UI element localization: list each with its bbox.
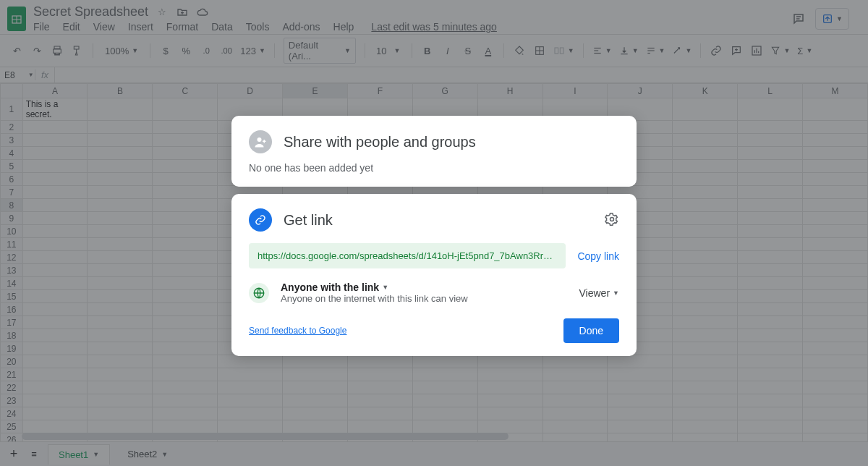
feedback-link[interactable]: Send feedback to Google bbox=[249, 326, 346, 336]
copy-link-button[interactable]: Copy link bbox=[577, 250, 619, 262]
gear-icon[interactable] bbox=[605, 212, 619, 229]
link-icon bbox=[249, 208, 272, 232]
permission-scope-dropdown[interactable]: Anyone with the link▼ bbox=[281, 281, 468, 293]
share-subtitle: No one has been added yet bbox=[249, 162, 619, 174]
svg-point-21 bbox=[258, 137, 262, 142]
done-button[interactable]: Done bbox=[563, 318, 619, 343]
person-add-icon bbox=[249, 130, 272, 153]
modal-overlay: Share with people and groups No one has … bbox=[0, 0, 868, 466]
permission-description: Anyone on the internet with this link ca… bbox=[281, 293, 468, 304]
getlink-title: Get link bbox=[284, 212, 333, 229]
share-url[interactable]: https://docs.google.com/spreadsheets/d/1… bbox=[249, 243, 566, 268]
globe-icon bbox=[249, 283, 269, 303]
get-link-card: Get link https://docs.google.com/spreads… bbox=[231, 194, 637, 356]
role-dropdown[interactable]: Viewer▼ bbox=[579, 287, 619, 299]
share-people-card: Share with people and groups No one has … bbox=[231, 116, 637, 187]
svg-point-24 bbox=[610, 217, 614, 221]
share-title: Share with people and groups bbox=[284, 134, 476, 151]
